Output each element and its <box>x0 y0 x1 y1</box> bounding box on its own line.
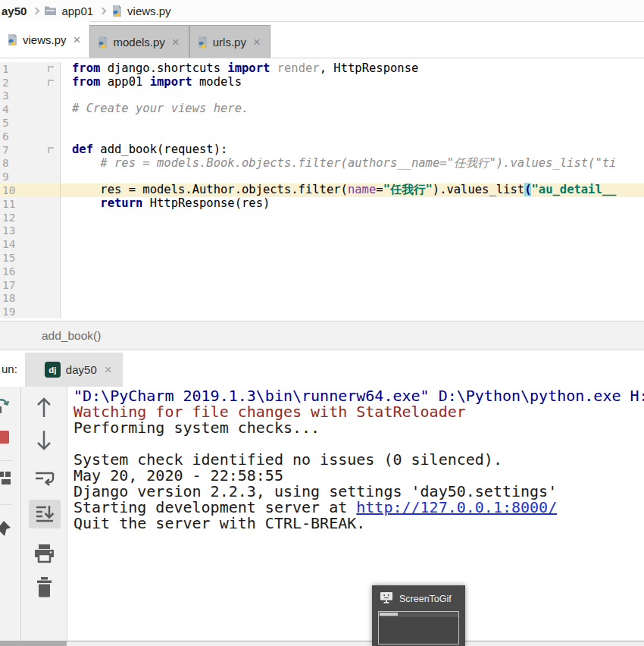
tab-views-py[interactable]: views.py × <box>0 21 89 58</box>
gutter[interactable]: 19 <box>0 305 61 318</box>
code-line[interactable]: 8 # res = models.Book.objects.filter(aut… <box>0 157 644 171</box>
breadcrumb-file[interactable]: views.py <box>127 5 171 17</box>
code-editor[interactable]: 1from django.shortcuts import render, Ht… <box>0 58 644 321</box>
scroll-down-icon[interactable] <box>35 429 53 455</box>
gutter[interactable]: 10 <box>0 183 61 197</box>
gutter[interactable]: 8 <box>0 157 61 171</box>
gutter[interactable]: 4 <box>0 102 61 116</box>
run-toolbar <box>0 387 21 641</box>
tab-close-icon[interactable]: × <box>172 36 180 49</box>
gutter[interactable]: 12 <box>0 211 61 224</box>
gutter[interactable]: 14 <box>0 237 61 251</box>
rerun-icon[interactable] <box>0 397 12 418</box>
code-line[interactable]: 19 <box>0 305 644 318</box>
code-text <box>61 224 72 238</box>
gutter[interactable]: 1 <box>0 62 61 76</box>
code-line[interactable]: 7def add_book(request): <box>0 143 644 157</box>
editor-lines: 1from django.shortcuts import render, Ht… <box>0 62 644 318</box>
code-line[interactable]: 4# Create your views here. <box>0 102 644 116</box>
tab-close-icon[interactable]: × <box>253 36 261 49</box>
code-line[interactable]: 10 res = models.Author.objects.filter(na… <box>0 183 644 197</box>
gutter[interactable]: 11 <box>0 197 61 211</box>
line-number: 6 <box>0 130 9 143</box>
code-line[interactable]: 1from django.shortcuts import render, Ht… <box>0 62 644 76</box>
gutter[interactable]: 16 <box>0 265 61 278</box>
preview-titlebar-text <box>380 613 398 616</box>
code-text <box>61 237 72 251</box>
line-number: 7 <box>0 144 9 156</box>
code-line[interactable]: 13 <box>0 224 644 238</box>
gutter[interactable]: 15 <box>0 251 61 265</box>
fold-marker-icon[interactable] <box>48 146 55 153</box>
tab-models-py[interactable]: models.py × <box>89 25 189 58</box>
line-number: 11 <box>0 198 15 210</box>
code-line[interactable]: 18 <box>0 292 644 306</box>
folder-icon <box>44 5 57 16</box>
print-icon[interactable] <box>34 544 55 566</box>
line-number: 12 <box>0 212 15 224</box>
code-line[interactable]: 5 <box>0 116 644 130</box>
pin-icon[interactable] <box>0 520 11 541</box>
screentogif-monitor-icon <box>380 591 393 607</box>
line-number: 2 <box>0 77 9 89</box>
gutter[interactable]: 7 <box>0 143 61 157</box>
code-text <box>61 116 72 130</box>
console-output[interactable]: "D:\PyCharm 2019.1.3\bin\runnerw64.exe" … <box>67 387 644 641</box>
code-line[interactable]: 17 <box>0 278 644 292</box>
gutter[interactable]: 18 <box>0 292 61 306</box>
code-line[interactable]: 15 <box>0 251 644 265</box>
scroll-to-end-icon[interactable] <box>35 504 55 527</box>
run-tab-day50[interactable]: dj day50 × <box>25 353 123 387</box>
line-number: 18 <box>0 292 15 304</box>
line-number: 3 <box>0 89 9 102</box>
code-line[interactable]: 3 <box>0 89 644 103</box>
tab-label: views.py <box>23 33 67 46</box>
console-link[interactable]: http://127.0.0.1:8000/ <box>356 498 557 516</box>
soft-wrap-icon[interactable] <box>34 470 55 491</box>
scroll-up-icon[interactable] <box>35 396 53 422</box>
code-line[interactable]: 12 <box>0 211 644 224</box>
code-line[interactable]: 14 <box>0 237 644 251</box>
stop-icon[interactable] <box>0 431 9 447</box>
fold-marker-icon[interactable] <box>48 79 55 86</box>
context-function-label[interactable]: add_book() <box>42 329 101 343</box>
line-number: 8 <box>0 157 9 169</box>
code-line[interactable]: 11 return HttpResponse(res) <box>0 197 644 211</box>
gutter[interactable]: 9 <box>0 170 61 183</box>
line-number: 10 <box>0 184 15 196</box>
chevron-right-icon <box>99 7 107 14</box>
code-line[interactable]: 16 <box>0 265 644 278</box>
python-file-icon <box>196 36 208 49</box>
run-tab-close-icon[interactable]: × <box>105 363 112 376</box>
code-line[interactable]: 2from app01 import models <box>0 76 644 89</box>
gutter[interactable]: 13 <box>0 224 61 238</box>
run-tab-label: day50 <box>66 363 97 376</box>
preview-titlebar <box>379 612 458 616</box>
breadcrumb-project[interactable]: ay50 <box>2 5 27 17</box>
code-text <box>61 265 72 278</box>
screentogif-preview[interactable] <box>378 611 459 644</box>
restore-layout-icon[interactable] <box>0 472 11 488</box>
console-region: "D:\PyCharm 2019.1.3\bin\runnerw64.exe" … <box>0 387 644 641</box>
code-line[interactable]: 6 <box>0 130 644 143</box>
screentogif-thumbnail-window[interactable]: ScreenToGif <box>372 585 465 646</box>
console-line: May 20, 2020 - 22:58:55 <box>73 468 644 484</box>
clear-trash-icon[interactable] <box>36 576 53 601</box>
gutter[interactable]: 3 <box>0 89 61 103</box>
gutter[interactable]: 17 <box>0 278 61 292</box>
code-text <box>61 292 72 306</box>
console-line <box>73 436 644 452</box>
code-line[interactable]: 9 <box>0 170 644 183</box>
python-file-icon <box>96 36 108 49</box>
gutter[interactable]: 5 <box>0 116 61 130</box>
line-number: 14 <box>0 238 15 250</box>
gutter[interactable]: 6 <box>0 130 61 143</box>
line-number: 19 <box>0 306 15 318</box>
fold-marker-icon[interactable] <box>48 65 55 72</box>
gutter[interactable]: 2 <box>0 76 61 89</box>
code-text <box>61 170 72 183</box>
tab-label: urls.py <box>213 36 246 49</box>
tab-urls-py[interactable]: urls.py × <box>189 25 270 58</box>
breadcrumb-package[interactable]: app01 <box>61 5 93 17</box>
tab-close-icon[interactable]: × <box>73 33 81 46</box>
